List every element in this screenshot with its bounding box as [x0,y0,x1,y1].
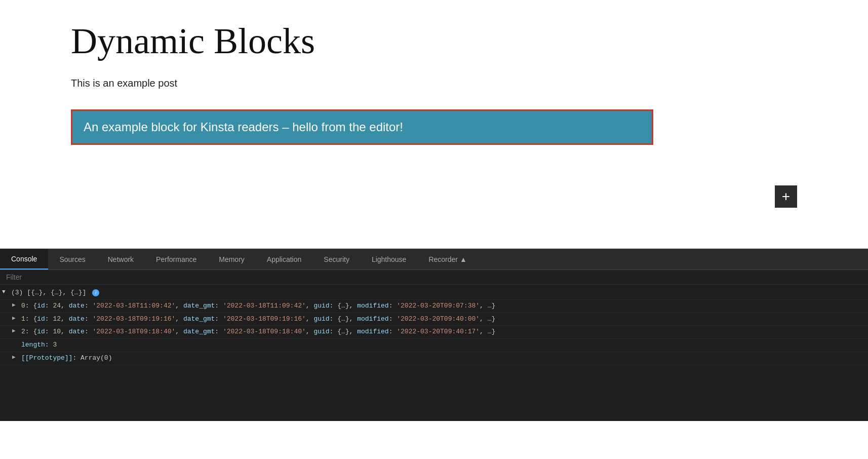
info-icon: i [92,289,99,296]
expand-item-0-icon[interactable]: ▶ [12,301,19,310]
console-length: ▶ length: 3 [0,339,868,352]
tab-performance[interactable]: Performance [145,249,208,270]
console-array-summary: ▼ (3) [{…}, {…}, {…}] i [0,287,868,300]
expand-array-icon[interactable]: ▼ [2,288,9,297]
tab-application[interactable]: Application [256,249,313,270]
expand-item-2-icon[interactable]: ▶ [12,327,19,336]
devtools-panel: Console Sources Network Performance Memo… [0,249,868,421]
tab-sources[interactable]: Sources [48,249,96,270]
filter-input[interactable] [6,273,107,281]
page-content: Dynamic Blocks This is an example post A… [0,0,868,248]
console-item-1: ▶ 1: {id: 12, date: '2022-03-18T09:19:16… [0,313,868,326]
console-item-0: ▶ 0: {id: 24, date: '2022-03-18T11:09:42… [0,300,868,313]
page-title: Dynamic Blocks [71,20,797,62]
filter-bar [0,270,868,285]
tab-security[interactable]: Security [312,249,361,270]
page-subtitle: This is an example post [71,78,797,89]
console-output: ▼ (3) [{…}, {…}, {…}] i ▶ 0: {id: 24, da… [0,285,868,367]
expand-prototype-icon[interactable]: ▶ [12,353,19,362]
tab-recorder[interactable]: Recorder ▲ [417,249,478,270]
expand-item-1-icon[interactable]: ▶ [12,314,19,323]
console-item-2: ▶ 2: {id: 10, date: '2022-03-18T09:18:40… [0,326,868,339]
tab-network[interactable]: Network [97,249,145,270]
tab-console[interactable]: Console [0,249,48,270]
tab-memory[interactable]: Memory [208,249,256,270]
example-block: An example block for Kinsta readers – he… [71,109,653,145]
add-block-button[interactable]: + [775,185,797,208]
tab-lighthouse[interactable]: Lighthouse [361,249,418,270]
console-prototype: ▶ [[Prototype]]: Array(0) [0,352,868,365]
devtools-tabs-bar: Console Sources Network Performance Memo… [0,249,868,270]
